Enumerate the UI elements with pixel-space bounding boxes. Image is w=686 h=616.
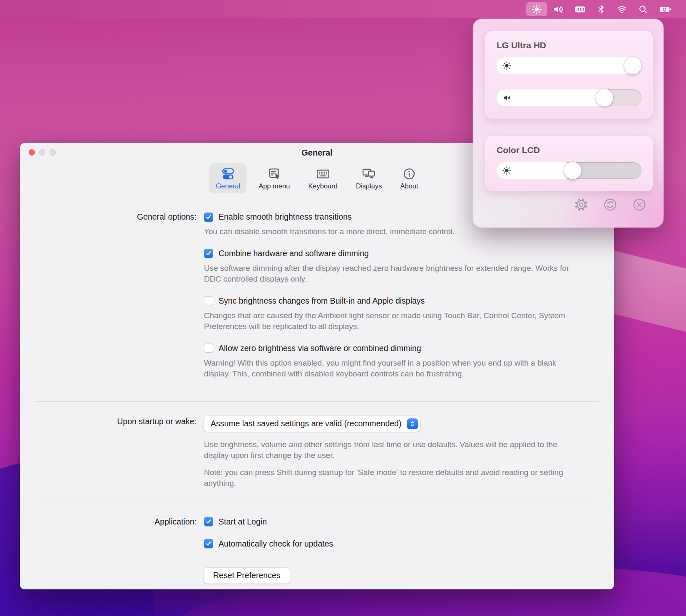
level-segments-icon <box>574 4 586 15</box>
sun-icon <box>502 61 512 71</box>
checkbox-row: Sync brightness changes from Built-in an… <box>204 295 614 307</box>
startup-mode-dropdown[interactable]: Assume last saved settings are valid (re… <box>204 416 420 432</box>
menubar-volume-item[interactable] <box>547 2 569 16</box>
brightness-slider[interactable] <box>497 162 641 179</box>
checkbox-label: Start at Login <box>219 516 267 527</box>
startup-note: Note: you can press Shift during startup… <box>204 467 570 489</box>
display-name: LG Ultra HD <box>497 40 641 50</box>
tab-about[interactable]: About <box>394 163 424 193</box>
checkbox-enable-smooth-transitions[interactable] <box>204 213 213 222</box>
volume-slider[interactable] <box>497 89 641 106</box>
speaker-icon <box>553 4 564 15</box>
close-popover-button[interactable] <box>632 197 647 213</box>
checkbox-label: Combine hardware and software dimming <box>219 248 369 259</box>
slider-fill <box>497 89 609 106</box>
menubar-brightness-item[interactable] <box>526 2 547 16</box>
settings-button[interactable] <box>574 197 589 213</box>
checkbox-label: Allow zero brightness via software or co… <box>219 343 421 354</box>
checkbox-label: Sync brightness changes from Built-in an… <box>219 295 425 307</box>
displays-popover: LG Ultra HD <box>473 19 664 228</box>
checkbox-allow-zero-brightness[interactable] <box>204 344 213 353</box>
chevron-up-down-icon <box>407 418 418 429</box>
search-icon <box>638 4 648 15</box>
tab-app-menu[interactable]: App menu <box>252 163 296 193</box>
startup-description: Use brightness, volume and other setting… <box>204 439 570 461</box>
slider-fill <box>497 57 641 74</box>
menubar-display-levels-item[interactable] <box>569 2 591 16</box>
checkbox-combine-dimming[interactable] <box>204 249 213 258</box>
dropdown-value: Assume last saved settings are valid (re… <box>211 419 401 428</box>
checkbox-label: Automatically check for updates <box>219 538 333 549</box>
display-card-color-lcd: Color LCD <box>485 136 653 191</box>
refresh-icon <box>603 197 618 213</box>
battery-charging-icon <box>659 4 671 15</box>
option-group: Sync brightness changes from Built-in an… <box>204 295 614 332</box>
tab-label: About <box>400 182 418 190</box>
refresh-button[interactable] <box>603 197 618 213</box>
tab-label: General <box>216 182 240 190</box>
sun-icon <box>532 4 542 15</box>
menubar-bluetooth-item[interactable] <box>591 2 611 16</box>
option-description: Changes that are caused by the Ambient l… <box>204 310 570 332</box>
option-description: Use software dimming after the display r… <box>204 263 570 285</box>
popover-footer <box>485 197 653 213</box>
section-divider <box>35 502 599 502</box>
display-card-lg-ultra-hd: LG Ultra HD <box>485 31 653 119</box>
tab-label: Displays <box>356 182 382 190</box>
general-options-label: General options: <box>20 211 204 380</box>
sun-icon <box>502 166 512 176</box>
option-group: Combine hardware and software dimming Us… <box>204 248 614 285</box>
application-section: Application: Start at Login Automaticall… <box>20 516 614 584</box>
checkbox-row: Start at Login <box>204 516 614 527</box>
info-icon <box>402 167 417 181</box>
tab-displays[interactable]: Displays <box>350 163 388 193</box>
tab-label: App menu <box>258 182 290 190</box>
menu-bar <box>0 0 686 18</box>
checkbox-auto-update[interactable] <box>204 539 213 548</box>
tab-label: Keyboard <box>308 182 338 190</box>
close-circle-icon <box>632 197 647 213</box>
checkbox-start-at-login[interactable] <box>204 517 213 526</box>
keyboard-icon <box>316 167 331 181</box>
startup-section: Upon startup or wake: Assume last saved … <box>20 416 614 489</box>
general-options-section: General options: Enable smooth brightnes… <box>20 211 614 380</box>
reset-preferences-button[interactable]: Reset Preferences <box>204 568 290 584</box>
slider-knob[interactable] <box>596 89 614 106</box>
checkbox-label: Enable smooth brightness transitions <box>219 211 352 223</box>
bluetooth-icon <box>597 4 606 15</box>
speaker-icon <box>502 93 512 103</box>
displays-icon <box>361 167 376 181</box>
slider-knob[interactable] <box>624 57 641 74</box>
checkbox-sync-brightness[interactable] <box>204 296 213 305</box>
display-name: Color LCD <box>497 145 641 155</box>
option-group: Allow zero brightness via software or co… <box>204 343 614 380</box>
toggles-icon <box>221 167 236 181</box>
checkbox-row: Allow zero brightness via software or co… <box>204 343 614 354</box>
application-label: Application: <box>20 516 204 584</box>
menubar-wifi-item[interactable] <box>611 2 633 16</box>
menubar-battery-item[interactable] <box>654 2 677 16</box>
general-pane: General options: Enable smooth brightnes… <box>20 193 614 584</box>
menubar-spotlight-item[interactable] <box>633 2 654 16</box>
option-description: Warning! With this option enabled, you m… <box>204 358 570 380</box>
option-description: You can disable smooth transitions for a… <box>204 226 570 237</box>
brightness-slider[interactable] <box>497 57 641 74</box>
checkbox-row: Automatically check for updates <box>204 538 614 549</box>
slider-knob[interactable] <box>564 162 582 179</box>
app-menu-icon <box>267 167 282 181</box>
checkbox-row: Combine hardware and software dimming <box>204 248 614 259</box>
startup-label: Upon startup or wake: <box>20 416 204 489</box>
tab-keyboard[interactable]: Keyboard <box>302 163 344 193</box>
section-divider <box>35 401 599 402</box>
tab-general[interactable]: General <box>209 163 246 193</box>
wifi-icon <box>616 4 627 15</box>
gear-icon <box>574 197 589 213</box>
